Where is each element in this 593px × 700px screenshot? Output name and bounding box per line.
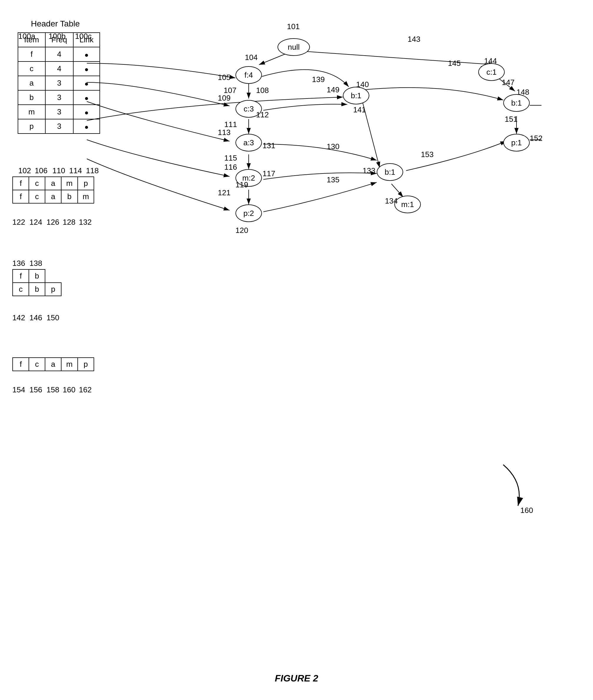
ref-145: 145 bbox=[448, 59, 461, 68]
freq-b: 3 bbox=[45, 90, 73, 105]
node-a3: a:3 bbox=[235, 134, 262, 151]
ref-144: 144 bbox=[484, 56, 497, 65]
table-row: f 4 bbox=[18, 47, 100, 61]
transaction-table-3: f c a m p bbox=[12, 357, 94, 371]
ref-156: 156 bbox=[30, 385, 42, 394]
ref-147: 147 bbox=[502, 78, 514, 87]
item-f: f bbox=[18, 47, 45, 61]
ref-134: 134 bbox=[385, 196, 398, 206]
node-p2: p:2 bbox=[235, 205, 262, 222]
col-link: Link bbox=[73, 33, 100, 47]
node-f4: f:4 bbox=[235, 66, 262, 84]
item-a: a bbox=[18, 76, 45, 90]
cell: c bbox=[29, 358, 45, 371]
ref-113: 113 bbox=[218, 128, 230, 137]
trans-row: f c a b m bbox=[13, 190, 94, 203]
cell: p bbox=[45, 282, 61, 296]
ref-105: 105 bbox=[218, 73, 230, 82]
ref-109: 109 bbox=[218, 93, 230, 103]
col-freq: Freq bbox=[45, 33, 73, 47]
ref-133: 133 bbox=[363, 166, 375, 175]
node-b1-right: b:1 bbox=[377, 163, 403, 181]
svg-line-9 bbox=[391, 184, 403, 197]
table-row: m 3 bbox=[18, 105, 100, 119]
ref-104: 104 bbox=[245, 53, 258, 62]
ref-117: 117 bbox=[263, 169, 275, 178]
ref-114: 114 bbox=[69, 166, 82, 175]
node-p1: p:1 bbox=[503, 134, 530, 151]
freq-m: 3 bbox=[45, 105, 73, 119]
ref-112: 112 bbox=[256, 110, 269, 120]
header-table-title: Header Table bbox=[31, 19, 80, 29]
cell: p bbox=[78, 177, 94, 190]
ref-115: 115 bbox=[224, 154, 237, 163]
ref-138: 138 bbox=[30, 259, 42, 268]
ref-154: 154 bbox=[12, 385, 25, 394]
col-item: Item bbox=[18, 33, 45, 47]
item-c: c bbox=[18, 61, 45, 76]
cell: a bbox=[45, 177, 61, 190]
transaction-table-2: f b c b p bbox=[12, 269, 62, 296]
cell: f bbox=[13, 269, 29, 282]
cell: c bbox=[13, 282, 29, 296]
figure-label: FIGURE 2 bbox=[275, 673, 318, 684]
header-table: Item Freq Link f 4 c 4 a 3 b bbox=[18, 32, 100, 134]
item-m: m bbox=[18, 105, 45, 119]
ref-106: 106 bbox=[35, 166, 47, 175]
trans-row: c b p bbox=[13, 282, 61, 296]
ref-122: 122 bbox=[12, 218, 25, 227]
ref-148: 148 bbox=[516, 88, 529, 97]
cell: a bbox=[45, 190, 61, 203]
link-b bbox=[73, 90, 100, 105]
node-c1: c:1 bbox=[478, 63, 505, 81]
ref-116: 116 bbox=[224, 163, 237, 172]
link-c bbox=[73, 61, 100, 76]
item-b: b bbox=[18, 90, 45, 105]
link-m bbox=[73, 105, 100, 119]
ref-110: 110 bbox=[52, 166, 65, 175]
diagram-container: Header Table 100a 100b 100c Item Freq Li… bbox=[0, 0, 593, 700]
node-b1-far: b:1 bbox=[503, 94, 530, 112]
cell: a bbox=[45, 358, 61, 371]
ref-118: 118 bbox=[86, 166, 98, 175]
ref-126: 126 bbox=[46, 218, 59, 227]
freq-a: 3 bbox=[45, 76, 73, 90]
cell: f bbox=[13, 177, 29, 190]
ref-143: 143 bbox=[407, 35, 420, 44]
ref-146: 146 bbox=[30, 313, 42, 322]
ref-128: 128 bbox=[63, 218, 75, 227]
ref-108: 108 bbox=[256, 86, 269, 95]
ref-135: 135 bbox=[327, 175, 339, 184]
cell: m bbox=[61, 177, 78, 190]
ref-153: 153 bbox=[421, 150, 434, 159]
ref-141: 141 bbox=[353, 105, 366, 115]
freq-f: 4 bbox=[45, 47, 73, 61]
cell: p bbox=[78, 358, 94, 371]
table-row: b 3 bbox=[18, 90, 100, 105]
table-row: p 3 bbox=[18, 119, 100, 134]
ref-158: 158 bbox=[46, 385, 59, 394]
ref-149: 149 bbox=[327, 85, 339, 94]
link-p bbox=[73, 119, 100, 134]
cell: b bbox=[61, 190, 78, 203]
link-f bbox=[73, 47, 100, 61]
ref-101: 101 bbox=[287, 22, 300, 31]
transaction-table-1: f c a m p f c a b m bbox=[12, 176, 94, 204]
ref-142: 142 bbox=[12, 313, 25, 322]
ref-160-label: 160 bbox=[63, 385, 75, 394]
ref-102: 102 bbox=[18, 166, 31, 175]
trans-row: f c a m p bbox=[13, 177, 94, 190]
freq-c: 4 bbox=[45, 61, 73, 76]
ref-124: 124 bbox=[30, 218, 42, 227]
ref-140: 140 bbox=[356, 80, 369, 89]
trans-row: f b bbox=[13, 269, 61, 282]
ref-139: 139 bbox=[312, 75, 325, 84]
ref-130: 130 bbox=[327, 142, 339, 151]
cell: b bbox=[29, 269, 45, 282]
ref-136: 136 bbox=[12, 259, 25, 268]
item-p: p bbox=[18, 119, 45, 134]
cell: f bbox=[13, 358, 29, 371]
ref-160-arrow: 160 bbox=[520, 506, 533, 515]
cell: c bbox=[29, 177, 45, 190]
ref-162: 162 bbox=[79, 385, 91, 394]
